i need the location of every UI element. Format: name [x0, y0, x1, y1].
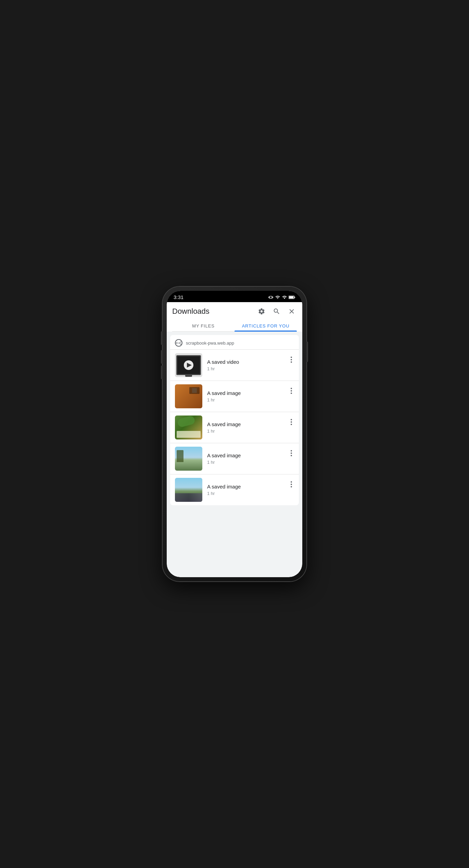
item-thumbnail-video — [175, 353, 202, 377]
play-icon — [184, 360, 193, 370]
share-icon — [175, 339, 182, 347]
search-button[interactable] — [271, 306, 282, 317]
phone-inner: 3:31 — [167, 291, 302, 577]
more-options-button[interactable] — [289, 417, 294, 427]
three-dots-icon — [291, 357, 292, 363]
item-info: A saved image 1 hr — [207, 452, 284, 465]
tab-articles-for-you[interactable]: ARTICLES FOR YOU — [234, 320, 297, 331]
app-bar: Downloads — [167, 302, 302, 332]
item-thumbnail-city — [175, 478, 202, 502]
status-bar: 3:31 — [167, 291, 302, 302]
svg-rect-1 — [294, 297, 295, 298]
battery-icon — [289, 295, 295, 299]
item-meta: 1 hr — [207, 397, 284, 402]
vibrate-icon — [268, 295, 273, 300]
source-name: scrapbook-pwa.web.app — [186, 340, 234, 346]
item-title: A saved image — [207, 484, 284, 489]
list-item[interactable]: A saved video 1 hr — [170, 349, 299, 381]
more-options-button[interactable] — [289, 355, 294, 365]
item-info: A saved image 1 hr — [207, 484, 284, 496]
gear-icon — [258, 308, 265, 315]
three-dots-icon — [291, 419, 292, 425]
list-item[interactable]: A saved image 1 hr — [170, 412, 299, 443]
status-time: 3:31 — [174, 294, 183, 300]
more-options-button[interactable] — [289, 479, 294, 489]
list-item[interactable]: A saved image 1 hr — [170, 443, 299, 474]
item-thumbnail-green — [175, 416, 202, 439]
phone-device: 3:31 — [163, 287, 306, 581]
settings-button[interactable] — [256, 306, 267, 317]
item-title: A saved image — [207, 390, 284, 396]
item-title: A saved image — [207, 421, 284, 427]
signal-icon — [282, 295, 287, 300]
tab-my-files[interactable]: MY FILES — [172, 320, 234, 331]
svg-rect-2 — [289, 296, 293, 298]
item-meta: 1 hr — [207, 460, 284, 465]
item-meta: 1 hr — [207, 366, 284, 371]
list-item[interactable]: A saved image 1 hr — [170, 381, 299, 412]
item-info: A saved image 1 hr — [207, 421, 284, 434]
item-info: A saved image 1 hr — [207, 390, 284, 402]
close-button[interactable] — [287, 306, 297, 317]
more-options-button[interactable] — [289, 386, 294, 396]
search-icon — [273, 308, 280, 315]
app-bar-title-row: Downloads — [172, 306, 297, 317]
item-thumbnail-sky — [175, 447, 202, 471]
share-svg — [178, 341, 182, 345]
list-item[interactable]: A saved image 1 hr — [170, 474, 299, 505]
content-area[interactable]: scrapbook-pwa.web.app A saved video 1 hr — [167, 332, 302, 577]
more-options-button[interactable] — [289, 448, 294, 458]
app-bar-icons — [256, 306, 297, 317]
source-card: scrapbook-pwa.web.app A saved video 1 hr — [170, 335, 299, 505]
app-title: Downloads — [172, 307, 210, 316]
screen: 3:31 — [167, 291, 302, 577]
source-header: scrapbook-pwa.web.app — [170, 335, 299, 349]
item-title: A saved image — [207, 452, 284, 458]
wifi-icon — [275, 295, 280, 300]
three-dots-icon — [291, 388, 292, 394]
three-dots-icon — [291, 481, 292, 487]
item-info: A saved video 1 hr — [207, 359, 284, 371]
video-monitor — [176, 355, 201, 375]
tabs: MY FILES ARTICLES FOR YOU — [172, 320, 297, 332]
item-title: A saved video — [207, 359, 284, 365]
item-meta: 1 hr — [207, 491, 284, 496]
close-icon — [288, 308, 295, 315]
item-meta: 1 hr — [207, 429, 284, 434]
item-thumbnail-orange — [175, 384, 202, 408]
status-icons — [268, 295, 295, 300]
three-dots-icon — [291, 450, 292, 456]
image-orange — [175, 384, 202, 408]
